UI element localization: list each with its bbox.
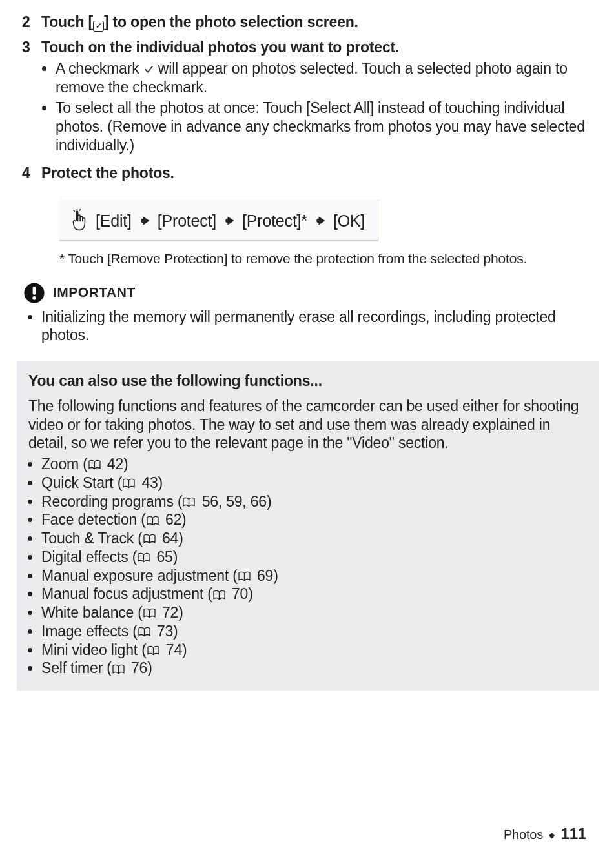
- step-number: 3: [22, 38, 41, 157]
- page-ref-icon: [122, 478, 136, 489]
- sequence-item: [Edit]: [96, 211, 132, 231]
- page-number: 111: [561, 825, 586, 842]
- step-title: Touch on the individual photos you want …: [41, 38, 594, 57]
- functions-item: Zoom ( 42): [41, 455, 588, 474]
- important-heading: IMPORTANT: [23, 282, 594, 304]
- page-ref-icon: [146, 516, 159, 527]
- sequence-item: [Protect]*: [242, 211, 307, 231]
- item-label: Mini video light: [41, 641, 138, 658]
- page-ref: 62: [146, 511, 181, 528]
- step-body: Protect the photos.: [41, 164, 594, 183]
- page-ref-icon: [88, 459, 101, 470]
- sequence-item: [OK]: [333, 211, 365, 231]
- item-label: Self timer: [41, 660, 103, 676]
- page-ref: 72: [143, 604, 178, 621]
- footer-section: Photos: [504, 827, 543, 842]
- page-ref: 70: [212, 585, 248, 602]
- page-ref-icon: [143, 608, 156, 619]
- item-label: Manual exposure adjustment: [41, 567, 229, 584]
- important-bullets: Initializing the memory will permanently…: [41, 308, 594, 345]
- svg-rect-4: [33, 287, 36, 295]
- functions-item: White balance ( 72): [41, 603, 588, 622]
- bullet-text-pre: A checkmark: [56, 60, 143, 77]
- page-ref-icon: [147, 645, 160, 656]
- page-ref-icon: [238, 571, 251, 582]
- functions-item: Image effects ( 73): [41, 622, 588, 641]
- box-intro: The following functions and features of …: [28, 397, 588, 452]
- page-ref: 64: [143, 530, 178, 547]
- step-4: 4 Protect the photos.: [22, 164, 594, 183]
- page-ref-icon: [182, 497, 196, 508]
- functions-item: Digital effects ( 65): [41, 548, 588, 567]
- step-title: Touch [✓] to open the photo selection sc…: [41, 14, 358, 30]
- footnote: * Touch [Remove Protection] to remove th…: [59, 250, 594, 267]
- page-ref: 65: [137, 549, 172, 565]
- item-label: Touch & Track: [41, 530, 134, 547]
- page-ref-icon: [212, 590, 226, 601]
- step-body: Touch on the individual photos you want …: [41, 38, 594, 157]
- item-label: Zoom: [41, 456, 79, 472]
- chevron-right-icon: [314, 214, 327, 227]
- item-label: Digital effects: [41, 549, 128, 565]
- svg-point-5: [32, 296, 36, 299]
- step-3: 3 Touch on the individual photos you wan…: [22, 38, 594, 157]
- item-label: Recording programs: [41, 493, 174, 510]
- important-label: IMPORTANT: [53, 284, 136, 301]
- page-footer: Photos ◆ 111: [504, 824, 586, 843]
- page-ref: 69: [238, 567, 273, 584]
- functions-item: Face detection ( 62): [41, 510, 588, 529]
- page-ref-icon: [137, 552, 150, 563]
- step-bullets: A checkmark will appear on photos select…: [56, 59, 594, 155]
- title-text-pre: Touch [: [41, 14, 93, 30]
- functions-box: You can also use the following functions…: [17, 361, 599, 691]
- functions-item: Quick Start ( 43): [41, 474, 588, 492]
- step-bullet: A checkmark will appear on photos select…: [56, 59, 594, 97]
- touch-sequence: [Edit] [Protect] [Protect]* [OK]: [59, 200, 378, 241]
- important-icon: [23, 282, 45, 304]
- page-ref: 76: [112, 660, 147, 676]
- touch-icon: [70, 209, 89, 232]
- functions-item: Manual focus adjustment ( 70): [41, 585, 588, 603]
- page-ref: 73: [138, 623, 173, 640]
- page-ref: 56, 59, 66: [182, 493, 267, 510]
- page-ref-icon: [112, 664, 125, 675]
- item-label: Image effects: [41, 623, 128, 640]
- page-ref: 74: [147, 641, 182, 658]
- functions-item: Manual exposure adjustment ( 69): [41, 567, 588, 585]
- step-bullet: To select all the photos at once: Touch …: [56, 99, 594, 154]
- title-text-post: ] to open the photo selection screen.: [104, 14, 358, 30]
- box-heading: You can also use the following functions…: [28, 372, 588, 390]
- functions-item: Touch & Track ( 64): [41, 529, 588, 548]
- step-title: Protect the photos.: [41, 164, 594, 183]
- step-number: 4: [22, 164, 41, 183]
- functions-item: Recording programs ( 56, 59, 66): [41, 492, 588, 511]
- item-label: Manual focus adjustment: [41, 585, 203, 602]
- item-label: White balance: [41, 604, 134, 621]
- diamond-icon: ◆: [549, 831, 555, 840]
- page-ref-icon: [138, 627, 151, 638]
- page-ref-icon: [143, 534, 156, 545]
- step-2: 2 Touch [✓] to open the photo selection …: [22, 13, 594, 32]
- page-ref: 43: [122, 474, 158, 491]
- photo-select-icon: ✓: [93, 21, 104, 32]
- important-bullet: Initializing the memory will permanently…: [41, 308, 594, 345]
- checkmark-icon: [143, 64, 154, 75]
- step-body: Touch [✓] to open the photo selection sc…: [41, 13, 594, 32]
- item-label: Face detection: [41, 511, 137, 528]
- functions-item: Mini video light ( 74): [41, 641, 588, 660]
- functions-item: Self timer ( 76): [41, 659, 588, 678]
- step-number: 2: [22, 13, 41, 32]
- chevron-right-icon: [223, 214, 236, 227]
- sequence-item: [Protect]: [158, 211, 216, 231]
- functions-list: Zoom ( 42)Quick Start ( 43)Recording pro…: [41, 455, 588, 678]
- page-ref: 42: [88, 456, 123, 472]
- chevron-right-icon: [138, 214, 151, 227]
- item-label: Quick Start: [41, 474, 114, 491]
